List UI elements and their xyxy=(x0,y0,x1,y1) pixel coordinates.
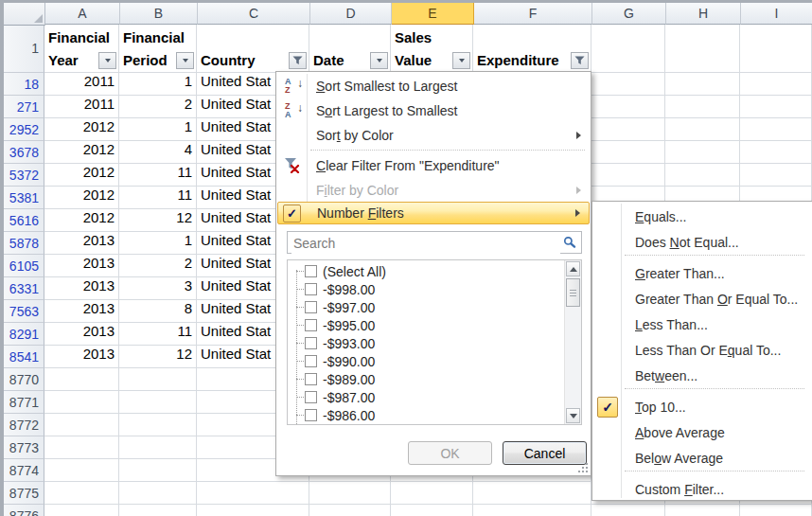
filter-dropdown-button-date[interactable] xyxy=(370,52,388,69)
cell-B2952[interactable]: 1 xyxy=(119,118,197,141)
row-header-8772[interactable]: 8772 xyxy=(4,414,44,436)
menu-item-sort-smallest-to-largest[interactable]: AZ↓Sort Smallest to Largest xyxy=(277,74,590,98)
column-header-G[interactable]: G xyxy=(592,3,666,25)
scrollbar-thumb[interactable] xyxy=(566,278,580,307)
cell-A7563[interactable]: 2013 xyxy=(44,300,119,323)
filter-dropdown-button-financial-year[interactable] xyxy=(98,52,116,69)
checkbox-unchecked[interactable] xyxy=(305,373,317,385)
row-header-8775[interactable]: 8775 xyxy=(4,482,44,505)
cell-B8772[interactable] xyxy=(119,414,197,436)
cell-E8776[interactable] xyxy=(391,505,473,516)
filter-value-item-select-all[interactable]: (Select All) xyxy=(288,262,565,280)
cell-B5878[interactable]: 1 xyxy=(119,232,197,255)
submenu-item-above-average[interactable]: Above Average xyxy=(593,419,812,445)
cell-B8771[interactable] xyxy=(119,391,197,414)
row-header-8774[interactable]: 8774 xyxy=(4,459,44,482)
cell-B5372[interactable]: 11 xyxy=(119,164,197,187)
cell-B3678[interactable]: 4 xyxy=(119,141,197,164)
column-header-H[interactable]: H xyxy=(666,3,741,25)
filter-value-item-997-00[interactable]: -$997.00 xyxy=(288,298,565,316)
cell-F8776[interactable] xyxy=(473,505,591,516)
cell-D8775[interactable] xyxy=(309,482,391,505)
column-header-A[interactable]: A xyxy=(45,3,120,25)
row-header-271[interactable]: 271 xyxy=(4,96,44,118)
filter-value-item-989-00[interactable]: -$989.00 xyxy=(288,370,565,388)
cell-B8541[interactable]: 12 xyxy=(119,346,197,368)
menu-item-sort-by-color[interactable]: Sort by Color xyxy=(277,123,590,148)
row-header-5616[interactable]: 5616 xyxy=(4,209,44,232)
filter-dropdown-button-sales-value[interactable] xyxy=(452,52,470,69)
submenu-item-greater-than[interactable]: Greater Than... xyxy=(593,260,812,286)
checkbox-unchecked[interactable] xyxy=(305,391,317,403)
list-scrollbar[interactable] xyxy=(564,260,581,424)
cell-A8771[interactable] xyxy=(44,391,119,414)
checkbox-unchecked[interactable] xyxy=(305,409,317,421)
cell-B8770[interactable] xyxy=(119,368,197,391)
header-cell-C[interactable]: Country xyxy=(197,25,309,73)
filter-applied-button-expenditure[interactable] xyxy=(571,52,589,69)
submenu-item-top-10[interactable]: ✓Top 10... xyxy=(593,394,812,419)
cell-B8773[interactable] xyxy=(119,436,197,459)
header-cell-E[interactable]: SalesValue xyxy=(391,25,473,73)
row-header-5878[interactable]: 5878 xyxy=(4,232,44,255)
cell-A3678[interactable]: 2012 xyxy=(44,141,119,164)
row-header-6105[interactable]: 6105 xyxy=(4,255,44,277)
checkbox-unchecked[interactable] xyxy=(305,319,317,331)
menu-item-clear-filter-from-expenditure[interactable]: Clear Filter From "Expenditure" xyxy=(277,153,590,178)
search-input[interactable] xyxy=(291,233,560,254)
cell-A271[interactable]: 2011 xyxy=(44,96,119,118)
header-cell-A[interactable]: FinancialYear xyxy=(44,25,119,73)
cell-B7563[interactable]: 8 xyxy=(119,300,197,323)
filter-value-item-993-00[interactable]: -$993.00 xyxy=(288,334,565,352)
header-cell-H[interactable] xyxy=(665,25,740,73)
scroll-down-button[interactable] xyxy=(566,408,580,423)
cell-I5372[interactable] xyxy=(740,164,812,187)
scroll-up-button[interactable] xyxy=(566,261,580,276)
cell-G8776[interactable] xyxy=(591,505,665,516)
cell-A2952[interactable]: 2012 xyxy=(44,118,119,141)
column-header-C[interactable]: C xyxy=(198,3,310,25)
checkbox-unchecked[interactable] xyxy=(305,301,317,313)
cell-B6105[interactable]: 2 xyxy=(119,255,197,277)
cell-H3678[interactable] xyxy=(665,141,740,164)
cell-B8775[interactable] xyxy=(119,482,197,505)
row-header-5372[interactable]: 5372 xyxy=(4,164,44,187)
cell-G2952[interactable] xyxy=(591,118,665,141)
cell-A6331[interactable]: 2013 xyxy=(44,277,119,300)
cell-B5381[interactable]: 11 xyxy=(119,187,197,209)
cell-H271[interactable] xyxy=(665,96,740,118)
header-cell-I[interactable] xyxy=(740,25,812,73)
submenu-item-less-than-or-equal-to[interactable]: Less Than Or Equal To... xyxy=(593,337,812,363)
row-header-2952[interactable]: 2952 xyxy=(4,118,44,141)
cell-A8291[interactable]: 2013 xyxy=(44,323,119,346)
cell-A8775[interactable] xyxy=(44,482,119,505)
cell-C8775[interactable] xyxy=(197,482,309,505)
cell-A8772[interactable] xyxy=(44,414,119,436)
cell-H8776[interactable] xyxy=(665,505,740,516)
row-header-1[interactable]: 1 xyxy=(4,25,44,73)
cell-I3678[interactable] xyxy=(740,141,812,164)
filter-value-item-987-00[interactable]: -$987.00 xyxy=(288,388,565,406)
column-header-B[interactable]: B xyxy=(120,3,198,25)
resize-grip[interactable] xyxy=(578,463,588,472)
cell-A8541[interactable]: 2013 xyxy=(44,346,119,368)
cell-B8291[interactable]: 11 xyxy=(119,323,197,346)
cancel-button[interactable]: Cancel xyxy=(503,441,587,465)
row-header-6331[interactable]: 6331 xyxy=(4,277,44,300)
checkbox-unchecked[interactable] xyxy=(305,337,317,349)
filter-value-item-990-00[interactable]: -$990.00 xyxy=(288,352,565,370)
menu-item-sort-largest-to-smallest[interactable]: ZA↓Sort Largest to Smallest xyxy=(277,98,590,123)
header-cell-F[interactable]: Expenditure xyxy=(473,25,591,73)
cell-B18[interactable]: 1 xyxy=(119,73,197,96)
cell-I18[interactable] xyxy=(740,73,812,96)
cell-C8776[interactable] xyxy=(197,505,309,516)
checkbox-unchecked[interactable] xyxy=(305,283,317,295)
cell-B271[interactable]: 2 xyxy=(119,96,197,118)
submenu-item-custom-filter[interactable]: Custom Filter... xyxy=(593,476,812,502)
submenu-item-below-average[interactable]: Below Average xyxy=(593,445,812,471)
filter-dropdown-button-financial-period[interactable] xyxy=(176,52,194,69)
column-header-E[interactable]: E xyxy=(392,3,474,25)
cell-H18[interactable] xyxy=(665,73,740,96)
filter-value-item-986-00[interactable]: -$986.00 xyxy=(288,406,565,424)
row-header-7563[interactable]: 7563 xyxy=(4,300,44,323)
